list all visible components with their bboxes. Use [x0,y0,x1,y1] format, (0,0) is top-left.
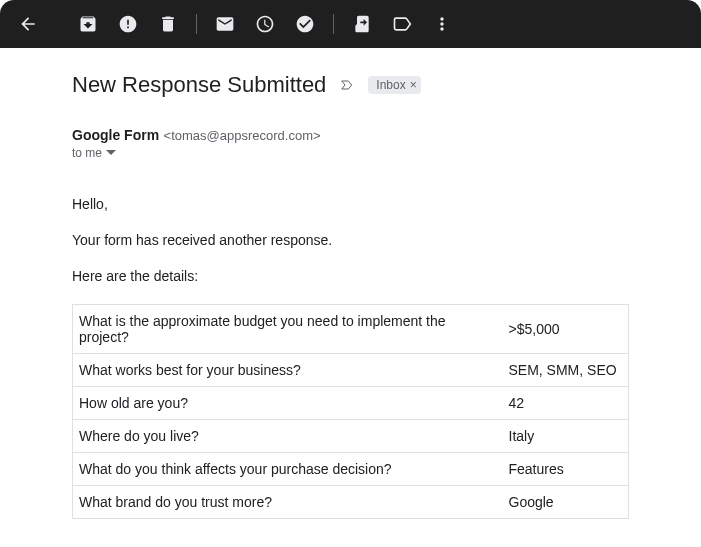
more-button[interactable] [422,4,462,44]
table-row: How old are you?42 [73,387,629,420]
answer-cell: Google [503,486,629,519]
archive-button[interactable] [68,4,108,44]
subject-row: New Response Submitted Inbox × [72,72,629,98]
table-row: What brand do you trust more?Google [73,486,629,519]
table-row: What works best for your business?SEM, S… [73,354,629,387]
sender-email: <tomas@appsrecord.com> [164,128,321,143]
email-toolbar [0,0,701,48]
chevron-down-icon [106,148,116,158]
answer-cell: Italy [503,420,629,453]
answer-cell: >$5,000 [503,305,629,354]
snooze-button[interactable] [245,4,285,44]
response-table: What is the approximate budget you need … [72,304,629,519]
delete-button[interactable] [148,4,188,44]
label-text: Inbox [376,78,405,92]
importance-marker-icon[interactable] [338,76,356,94]
question-cell: What do you think affects your purchase … [73,453,503,486]
question-cell: What brand do you trust more? [73,486,503,519]
email-subject: New Response Submitted [72,72,326,98]
table-row: Where do you live?Italy [73,420,629,453]
move-to-button[interactable] [342,4,382,44]
to-text: to me [72,146,102,160]
toolbar-separator [333,14,334,34]
toolbar-separator [196,14,197,34]
recipient-dropdown[interactable]: to me [72,146,629,160]
answer-cell: SEM, SMM, SEO [503,354,629,387]
remove-label-icon[interactable]: × [410,78,417,92]
email-content: New Response Submitted Inbox × Google Fo… [0,48,701,519]
table-row: What is the approximate budget you need … [73,305,629,354]
question-cell: Where do you live? [73,420,503,453]
table-row: What do you think affects your purchase … [73,453,629,486]
body-line: Your form has received another response. [72,232,629,248]
sender-name: Google Form [72,127,159,143]
greeting-text: Hello, [72,196,629,212]
question-cell: How old are you? [73,387,503,420]
mark-unread-button[interactable] [205,4,245,44]
answer-cell: Features [503,453,629,486]
spam-button[interactable] [108,4,148,44]
sender-row: Google Form <tomas@appsrecord.com> [72,126,629,144]
add-to-tasks-button[interactable] [285,4,325,44]
labels-button[interactable] [382,4,422,44]
body-line: Here are the details: [72,268,629,284]
question-cell: What works best for your business? [73,354,503,387]
answer-cell: 42 [503,387,629,420]
email-body: Hello, Your form has received another re… [72,196,629,284]
inbox-label-chip[interactable]: Inbox × [368,76,420,94]
question-cell: What is the approximate budget you need … [73,305,503,354]
back-button[interactable] [8,4,48,44]
